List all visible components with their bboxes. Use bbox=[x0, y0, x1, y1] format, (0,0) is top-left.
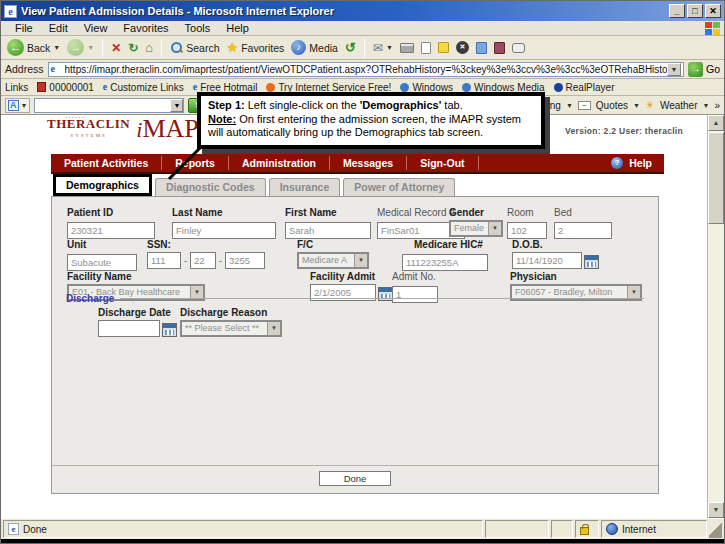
minimize-button[interactable]: _ bbox=[669, 4, 685, 18]
go-button[interactable]: → Go bbox=[688, 62, 720, 77]
nav-reports[interactable]: Reports bbox=[162, 156, 229, 170]
companion-menu-button[interactable]: A▼ bbox=[5, 98, 30, 113]
dob-input[interactable] bbox=[512, 252, 582, 269]
companion-dropdown-icon[interactable]: ▼ bbox=[170, 99, 183, 112]
instruction-callout: Step 1: Left single-click on the 'Demogr… bbox=[197, 92, 545, 149]
nav-help[interactable]: ? Help bbox=[611, 157, 664, 169]
menu-edit[interactable]: Edit bbox=[41, 22, 76, 34]
address-input[interactable] bbox=[65, 64, 667, 75]
companion-search-input[interactable]: ▼ bbox=[34, 98, 184, 113]
block-button[interactable]: ✕ bbox=[454, 41, 471, 54]
nav-messages[interactable]: Messages bbox=[330, 156, 407, 170]
weather-item[interactable]: Weather bbox=[660, 100, 698, 111]
ssn-part1-input[interactable] bbox=[147, 252, 181, 269]
first-name-input[interactable] bbox=[285, 222, 371, 239]
search-icon bbox=[170, 41, 183, 54]
link-item[interactable]: 00000001 bbox=[37, 82, 94, 93]
first-name-field: First Name bbox=[285, 207, 371, 239]
done-button[interactable]: Done bbox=[319, 471, 391, 486]
forward-dropdown-icon: ▼ bbox=[87, 44, 94, 51]
patient-id-input[interactable] bbox=[67, 222, 155, 239]
vertical-scrollbar[interactable]: ▲ ▼ bbox=[707, 115, 724, 518]
forward-button[interactable]: → ▼ bbox=[65, 39, 96, 56]
link-item[interactable]: RealPlayer bbox=[554, 82, 615, 93]
ssn-part3-input[interactable] bbox=[225, 252, 265, 269]
media-button[interactable]: ♪ Media bbox=[289, 40, 340, 55]
facility-admit-label: Facility Admit bbox=[310, 271, 393, 282]
resize-grip[interactable] bbox=[709, 520, 722, 538]
link-item[interactable]: eFree Hotmail bbox=[193, 82, 258, 93]
last-name-label: Last Name bbox=[172, 207, 276, 218]
nav-patient-activities[interactable]: Patient Activities bbox=[51, 156, 162, 170]
medicare-hic-input[interactable] bbox=[402, 254, 488, 271]
window-bottom-edge bbox=[1, 539, 724, 543]
status-message: e Done bbox=[3, 520, 483, 538]
tool-maroon-button[interactable] bbox=[492, 42, 507, 54]
room-input[interactable] bbox=[507, 222, 547, 239]
last-name-input[interactable] bbox=[172, 222, 276, 239]
address-dropdown-icon[interactable]: ▼ bbox=[667, 63, 681, 76]
gender-select[interactable]: Female▼ bbox=[449, 220, 503, 237]
menu-bar: File Edit View Favorites Tools Help bbox=[1, 21, 724, 36]
link-item[interactable]: Windows Media bbox=[462, 82, 545, 93]
discharge-date-label: Discharge Date bbox=[98, 307, 177, 318]
realplayer-icon bbox=[554, 83, 563, 92]
menu-help[interactable]: Help bbox=[218, 22, 257, 34]
home-button[interactable]: ⌂ bbox=[143, 40, 155, 55]
link-item[interactable]: Windows bbox=[400, 82, 453, 93]
maximize-button[interactable]: □ bbox=[687, 4, 703, 18]
scroll-up-icon[interactable]: ▲ bbox=[708, 115, 724, 131]
ssn-part2-input[interactable] bbox=[190, 252, 216, 269]
go-arrow-icon: → bbox=[688, 62, 703, 77]
callout-note-line: Note: On first entering the admission sc… bbox=[208, 113, 534, 140]
print-button[interactable] bbox=[398, 43, 416, 53]
tab-insurance[interactable]: Insurance bbox=[269, 178, 341, 196]
quotes-item[interactable]: Quotes bbox=[596, 100, 628, 111]
status-bar: e Done Internet bbox=[1, 518, 724, 539]
edit-page-icon bbox=[421, 42, 431, 54]
media-label: Media bbox=[309, 42, 338, 54]
menu-favorites[interactable]: Favorites bbox=[115, 22, 176, 34]
weather-icon: ☀ bbox=[645, 99, 655, 112]
windows-media-icon bbox=[462, 83, 471, 92]
edit-button[interactable] bbox=[419, 42, 433, 54]
tab-power-of-attorney[interactable]: Power of Attorney bbox=[343, 178, 455, 196]
calendar-icon[interactable] bbox=[162, 323, 177, 337]
refresh-button[interactable]: ↻ bbox=[126, 41, 140, 55]
menu-file[interactable]: File bbox=[7, 22, 41, 34]
link-item[interactable]: Try Internet Service Free! bbox=[266, 82, 391, 93]
history-button[interactable]: ↺ bbox=[343, 40, 358, 55]
close-button[interactable]: ✕ bbox=[705, 4, 721, 18]
ie-document-icon: e bbox=[4, 5, 17, 18]
nav-administration[interactable]: Administration bbox=[229, 156, 330, 170]
tool-blue-button[interactable] bbox=[474, 42, 489, 54]
menu-view[interactable]: View bbox=[76, 22, 116, 34]
fc-select[interactable]: Medicare A▼ bbox=[297, 252, 369, 269]
discuss-button[interactable] bbox=[510, 43, 527, 53]
calendar-icon[interactable] bbox=[584, 255, 599, 269]
tab-demographics[interactable]: Demographics bbox=[53, 174, 152, 196]
scrollbar-thumb[interactable] bbox=[708, 132, 724, 224]
back-dropdown-icon[interactable]: ▼ bbox=[53, 44, 60, 51]
favorites-button[interactable]: ★ Favorites bbox=[224, 40, 286, 55]
tab-diagnostic-codes[interactable]: Diagnostic Codes bbox=[155, 178, 266, 196]
chevron-down-icon: ▼ bbox=[267, 322, 280, 335]
stop-button[interactable]: ✕ bbox=[109, 41, 123, 55]
toolbar-overflow[interactable]: » bbox=[714, 100, 720, 111]
unit-input[interactable] bbox=[67, 254, 137, 271]
mail-button[interactable]: ✉ ▼ bbox=[371, 41, 395, 55]
messenger-button[interactable] bbox=[436, 42, 451, 53]
bed-input[interactable] bbox=[554, 222, 612, 239]
discharge-reason-select[interactable]: ** Please Select **▼ bbox=[180, 320, 282, 337]
fc-field: F/C Medicare A▼ bbox=[297, 239, 369, 269]
search-button[interactable]: Search bbox=[168, 41, 221, 54]
nav-sign-out[interactable]: Sign-Out bbox=[407, 156, 478, 170]
menu-tools[interactable]: Tools bbox=[177, 22, 219, 34]
discharge-date-input[interactable] bbox=[98, 320, 160, 337]
scrollbar-track[interactable] bbox=[708, 224, 724, 502]
toolbar-separator bbox=[364, 39, 365, 57]
link-item[interactable]: eCustomize Links bbox=[103, 82, 184, 93]
scroll-down-icon[interactable]: ▼ bbox=[708, 502, 724, 518]
back-button[interactable]: ← Back ▼ bbox=[5, 39, 62, 56]
messenger-icon bbox=[438, 42, 449, 53]
